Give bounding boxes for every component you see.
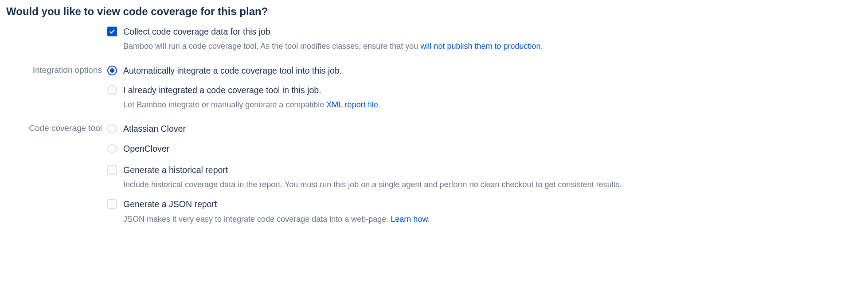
- historical-report-checkbox[interactable]: [107, 165, 117, 175]
- collect-coverage-desc: Bamboo will run a code coverage tool. As…: [123, 41, 862, 52]
- collect-coverage-checkbox[interactable]: [107, 27, 117, 36]
- json-report-label: Generate a JSON report: [123, 198, 217, 210]
- tool-clover-label: Atlassian Clover: [123, 123, 186, 134]
- tool-clover-radio[interactable]: [107, 124, 117, 134]
- collect-label-spacer: [6, 26, 107, 60]
- integration-options-section-label: Integration options: [6, 65, 107, 119]
- page-heading: Would you like to view code coverage for…: [6, 5, 862, 18]
- collect-desc-suffix: .: [541, 42, 543, 51]
- json-report-desc: JSON makes it very easy to integrate cod…: [123, 214, 862, 225]
- tool-openclover-radio[interactable]: [107, 144, 117, 153]
- check-icon: [109, 28, 115, 35]
- historical-report-desc: Include historical coverage data in the …: [123, 179, 862, 190]
- integration-desc-prefix: Let Bamboo integrate or manually generat…: [123, 100, 326, 109]
- json-desc-prefix: JSON makes it very easy to integrate cod…: [123, 215, 391, 224]
- integration-desc-suffix: .: [378, 100, 380, 109]
- integration-auto-radio[interactable]: [107, 66, 117, 75]
- xml-report-file-link[interactable]: XML report file: [326, 100, 378, 109]
- historical-report-label: Generate a historical report: [123, 164, 228, 176]
- integration-desc: Let Bamboo integrate or manually generat…: [123, 99, 862, 110]
- json-report-checkbox[interactable]: [107, 199, 117, 209]
- integration-auto-label: Automatically integrate a code coverage …: [123, 65, 342, 76]
- json-desc-suffix: .: [427, 215, 430, 224]
- coverage-tool-section-label: Code coverage tool: [6, 123, 107, 225]
- collect-coverage-label: Collect code coverage data for this job: [123, 26, 270, 37]
- learn-how-link[interactable]: Learn how: [391, 215, 427, 224]
- integration-manual-label: I already integrated a code coverage too…: [123, 84, 321, 96]
- collect-desc-prefix: Bamboo will run a code coverage tool. As…: [123, 42, 420, 51]
- integration-manual-radio[interactable]: [107, 85, 117, 95]
- no-production-publish-link[interactable]: will not publish them to production: [420, 42, 540, 51]
- tool-openclover-label: OpenClover: [123, 143, 169, 154]
